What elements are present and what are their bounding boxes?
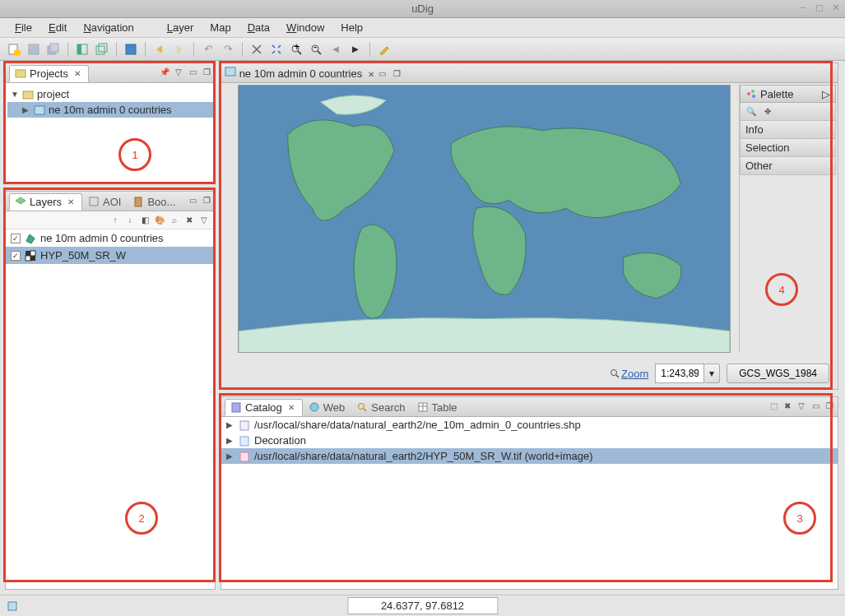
- svg-rect-16: [16, 70, 26, 77]
- projects-header: Projects ✕ 📌 ▽ ▭ ❐: [6, 63, 215, 83]
- checkbox-icon[interactable]: ✓: [11, 234, 21, 243]
- aoi-icon: [88, 196, 100, 207]
- coordinates: 24.6377, 97.6812: [347, 597, 498, 614]
- catalog-tab[interactable]: Catalog ✕: [225, 399, 303, 416]
- next-icon[interactable]: ►: [346, 40, 364, 58]
- palette-selection[interactable]: Selection: [740, 139, 836, 157]
- min-icon[interactable]: ▭: [187, 194, 198, 206]
- undo-icon[interactable]: ↶: [199, 40, 217, 58]
- new-icon[interactable]: [5, 40, 23, 58]
- project-item[interactable]: ▶ ne 10m admin 0 countries: [7, 102, 213, 118]
- tab-close-icon[interactable]: ✕: [365, 68, 377, 80]
- tab-close-icon[interactable]: ✕: [286, 401, 297, 413]
- table-icon: [417, 401, 429, 413]
- layer-row-2[interactable]: ✓ HYP_50M_SR_W: [6, 247, 215, 264]
- menu-data[interactable]: Data: [239, 19, 278, 36]
- catalog-tree[interactable]: ▶ /usr/local/share/data/natural_earth2/n…: [221, 417, 838, 589]
- min-icon[interactable]: ▭: [187, 66, 198, 77]
- projects-tab[interactable]: Projects ✕: [9, 65, 89, 82]
- filter-icon[interactable]: ⌕: [169, 215, 180, 226]
- pan-tool-icon[interactable]: ✥: [762, 106, 773, 118]
- table-tab[interactable]: Table: [411, 399, 463, 416]
- crs-button[interactable]: GCS_WGS_1984: [727, 364, 829, 383]
- catalog-row-3[interactable]: ▶ /usr/local/share/data/natural_earth2/H…: [221, 448, 838, 464]
- map-canvas[interactable]: [238, 85, 731, 353]
- layers-tab[interactable]: Layers ✕: [9, 193, 82, 211]
- layout2-icon[interactable]: [93, 40, 111, 58]
- map-tab[interactable]: ne 10m admin 0 countries ✕: [225, 66, 377, 81]
- import-icon[interactable]: ⬚: [768, 400, 779, 411]
- min-icon[interactable]: ▭: [810, 400, 821, 411]
- palette-header[interactable]: Palette ▷: [740, 85, 836, 103]
- zoomin-icon[interactable]: +: [287, 40, 305, 58]
- up-icon[interactable]: ↑: [109, 215, 121, 226]
- refresh-icon[interactable]: [122, 40, 140, 58]
- menu-file[interactable]: File: [7, 19, 40, 36]
- layout1-icon[interactable]: [73, 40, 91, 58]
- remove-icon[interactable]: ✖: [782, 400, 793, 411]
- chevron-right-icon[interactable]: ▷: [822, 88, 830, 100]
- zoomout-icon[interactable]: -: [307, 40, 325, 58]
- close-icon[interactable]: ✕: [830, 2, 842, 13]
- palette-other[interactable]: Other: [740, 157, 836, 175]
- menu-layer[interactable]: Layer: [159, 19, 202, 36]
- layers-list[interactable]: ✓ ne 10m admin 0 countries ✓ HYP_50M_SR_…: [6, 229, 215, 264]
- menu-icon[interactable]: ▽: [173, 66, 184, 77]
- layer-row-1[interactable]: ✓ ne 10m admin 0 countries: [6, 229, 215, 247]
- bookmarks-tab[interactable]: Boo...: [127, 193, 181, 211]
- tool1-icon[interactable]: [248, 40, 266, 58]
- menu-icon[interactable]: ▽: [198, 215, 210, 226]
- pin-icon[interactable]: 📌: [159, 66, 170, 77]
- back-icon[interactable]: [151, 40, 169, 58]
- palette-info[interactable]: Info: [740, 121, 836, 139]
- aoi-tab[interactable]: AOI: [82, 193, 127, 211]
- map-tab-bar: ne 10m admin 0 countries ✕ ▭ ❐: [221, 63, 838, 83]
- style-icon[interactable]: ◧: [139, 215, 151, 226]
- extent-icon[interactable]: [267, 40, 286, 58]
- redo-icon[interactable]: ↷: [219, 40, 237, 58]
- tab-close-icon[interactable]: ✕: [65, 196, 77, 207]
- menu-help[interactable]: Help: [332, 19, 371, 36]
- search-tab[interactable]: Search: [351, 399, 411, 416]
- palette-icon[interactable]: 🎨: [154, 215, 165, 226]
- minimize-icon[interactable]: –: [797, 2, 809, 13]
- expand-icon[interactable]: ▶: [226, 436, 234, 445]
- checkbox-icon[interactable]: ✓: [11, 251, 21, 261]
- menu-navigation[interactable]: Navigation: [75, 19, 142, 36]
- max-icon[interactable]: ❐: [391, 67, 402, 79]
- save-icon[interactable]: [25, 40, 43, 58]
- menu-window[interactable]: Window: [278, 19, 332, 36]
- down-icon[interactable]: ↓: [124, 215, 136, 226]
- zoom-link[interactable]: Zoom: [610, 368, 648, 380]
- projects-tree[interactable]: ▼ project ▶ ne 10m admin 0 countries: [6, 83, 215, 121]
- max-icon[interactable]: ❐: [824, 400, 835, 411]
- svg-point-27: [747, 92, 750, 95]
- catalog-row-2[interactable]: ▶ Decoration: [221, 433, 838, 448]
- max-icon[interactable]: ❐: [201, 66, 212, 77]
- zoom-input[interactable]: [655, 364, 704, 383]
- expand-icon[interactable]: ▶: [22, 105, 30, 114]
- edit-icon[interactable]: [375, 40, 393, 58]
- zoom-tool-icon[interactable]: 🔍: [745, 106, 757, 118]
- expand-icon[interactable]: ▼: [11, 90, 19, 99]
- catalog-tab-label: Catalog: [245, 401, 282, 414]
- menu-map[interactable]: Map: [202, 19, 239, 36]
- catalog-row-1[interactable]: ▶ /usr/local/share/data/natural_earth2/n…: [221, 417, 838, 433]
- max-icon[interactable]: ❐: [201, 194, 212, 206]
- expand-icon[interactable]: ▶: [226, 452, 234, 461]
- project-root[interactable]: ▼ project: [7, 86, 213, 102]
- menu-icon[interactable]: ▽: [796, 400, 807, 411]
- min-icon[interactable]: ▭: [377, 67, 388, 79]
- zoom-dropdown[interactable]: ▾: [704, 364, 720, 383]
- menu-edit[interactable]: Edit: [40, 19, 75, 36]
- svg-rect-32: [232, 403, 240, 412]
- forward-icon[interactable]: [170, 40, 188, 58]
- status-icon[interactable]: [7, 600, 18, 612]
- saveall-icon[interactable]: [44, 40, 63, 58]
- web-tab[interactable]: Web: [303, 399, 351, 416]
- tab-close-icon[interactable]: ✕: [72, 67, 83, 79]
- delete-icon[interactable]: ✖: [183, 215, 195, 226]
- expand-icon[interactable]: ▶: [226, 420, 234, 429]
- prev-icon[interactable]: ◄: [327, 40, 345, 58]
- maximize-icon[interactable]: ◻: [814, 2, 825, 13]
